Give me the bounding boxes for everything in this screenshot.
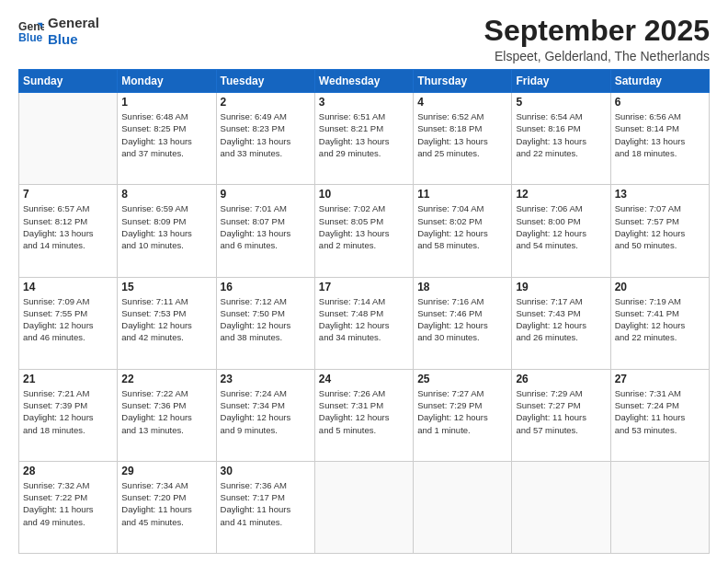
- day-number: 6: [615, 96, 705, 109]
- day-number: 19: [516, 281, 606, 293]
- day-number: 5: [516, 96, 606, 109]
- calendar-cell: 17Sunrise: 7:14 AM Sunset: 7:48 PM Dayli…: [314, 277, 413, 369]
- day-number: 22: [121, 373, 211, 385]
- calendar-cell: 30Sunrise: 7:36 AM Sunset: 7:17 PM Dayli…: [216, 461, 314, 553]
- calendar-cell: 4Sunrise: 6:52 AM Sunset: 8:18 PM Daylig…: [414, 93, 512, 185]
- calendar-cell: 6Sunrise: 6:56 AM Sunset: 8:14 PM Daylig…: [610, 93, 709, 185]
- calendar-cell: 29Sunrise: 7:34 AM Sunset: 7:20 PM Dayli…: [118, 461, 216, 553]
- week-row-5: 28Sunrise: 7:32 AM Sunset: 7:22 PM Dayli…: [19, 461, 710, 553]
- calendar-cell: 11Sunrise: 7:04 AM Sunset: 8:02 PM Dayli…: [414, 185, 512, 277]
- calendar-cell: 28Sunrise: 7:32 AM Sunset: 7:22 PM Dayli…: [19, 461, 118, 553]
- calendar-cell: 19Sunrise: 7:17 AM Sunset: 7:43 PM Dayli…: [512, 277, 610, 369]
- day-number: 10: [319, 188, 409, 201]
- day-number: 20: [615, 281, 705, 293]
- logo-blue: Blue: [48, 31, 99, 48]
- calendar-cell: 16Sunrise: 7:12 AM Sunset: 7:50 PM Dayli…: [216, 277, 314, 369]
- calendar-cell: 21Sunrise: 7:21 AM Sunset: 7:39 PM Dayli…: [19, 369, 118, 461]
- day-info: Sunrise: 6:49 AM Sunset: 8:23 PM Dayligh…: [221, 110, 311, 159]
- day-info: Sunrise: 7:16 AM Sunset: 7:46 PM Dayligh…: [417, 295, 507, 344]
- day-info: Sunrise: 7:02 AM Sunset: 8:05 PM Dayligh…: [319, 202, 409, 251]
- day-info: Sunrise: 7:31 AM Sunset: 7:24 PM Dayligh…: [615, 387, 705, 436]
- day-number: 2: [221, 96, 311, 109]
- calendar-cell: [610, 461, 709, 553]
- day-number: 27: [615, 373, 705, 385]
- day-info: Sunrise: 6:56 AM Sunset: 8:14 PM Dayligh…: [615, 110, 705, 159]
- day-number: 24: [319, 373, 409, 385]
- weekday-sunday: Sunday: [19, 70, 118, 93]
- day-number: 21: [23, 373, 113, 385]
- day-number: 17: [319, 281, 409, 293]
- calendar-cell: [19, 93, 118, 185]
- day-number: 13: [615, 188, 705, 201]
- day-info: Sunrise: 6:48 AM Sunset: 8:25 PM Dayligh…: [121, 110, 211, 159]
- day-number: 18: [417, 281, 507, 293]
- calendar-cell: 14Sunrise: 7:09 AM Sunset: 7:55 PM Dayli…: [19, 277, 118, 369]
- page: General Blue General Blue September 2025…: [0, 0, 728, 563]
- day-info: Sunrise: 7:01 AM Sunset: 8:07 PM Dayligh…: [221, 202, 311, 251]
- day-info: Sunrise: 7:36 AM Sunset: 7:17 PM Dayligh…: [221, 479, 311, 528]
- weekday-thursday: Thursday: [414, 70, 512, 93]
- day-info: Sunrise: 7:24 AM Sunset: 7:34 PM Dayligh…: [221, 387, 311, 436]
- calendar-cell: 18Sunrise: 7:16 AM Sunset: 7:46 PM Dayli…: [414, 277, 512, 369]
- calendar-cell: 12Sunrise: 7:06 AM Sunset: 8:00 PM Dayli…: [512, 185, 610, 277]
- day-info: Sunrise: 7:17 AM Sunset: 7:43 PM Dayligh…: [516, 295, 606, 344]
- day-number: 29: [121, 465, 211, 477]
- day-number: 4: [417, 96, 507, 109]
- calendar-cell: [512, 461, 610, 553]
- weekday-monday: Monday: [118, 70, 216, 93]
- logo-icon: General Blue: [18, 18, 44, 44]
- weekday-header-row: SundayMondayTuesdayWednesdayThursdayFrid…: [19, 70, 710, 93]
- day-number: 9: [221, 188, 311, 201]
- calendar-cell: 10Sunrise: 7:02 AM Sunset: 8:05 PM Dayli…: [314, 185, 413, 277]
- day-info: Sunrise: 7:19 AM Sunset: 7:41 PM Dayligh…: [615, 295, 705, 344]
- day-info: Sunrise: 7:27 AM Sunset: 7:29 PM Dayligh…: [417, 387, 507, 436]
- calendar-cell: 13Sunrise: 7:07 AM Sunset: 7:57 PM Dayli…: [610, 185, 709, 277]
- day-number: 26: [516, 373, 606, 385]
- day-info: Sunrise: 7:09 AM Sunset: 7:55 PM Dayligh…: [23, 295, 113, 344]
- week-row-4: 21Sunrise: 7:21 AM Sunset: 7:39 PM Dayli…: [19, 369, 710, 461]
- weekday-friday: Friday: [512, 70, 610, 93]
- day-number: 1: [121, 96, 211, 109]
- calendar-cell: 15Sunrise: 7:11 AM Sunset: 7:53 PM Dayli…: [118, 277, 216, 369]
- day-info: Sunrise: 6:52 AM Sunset: 8:18 PM Dayligh…: [417, 110, 507, 159]
- day-info: Sunrise: 7:07 AM Sunset: 7:57 PM Dayligh…: [615, 202, 705, 251]
- day-number: 11: [417, 188, 507, 201]
- calendar-cell: 24Sunrise: 7:26 AM Sunset: 7:31 PM Dayli…: [314, 369, 413, 461]
- day-info: Sunrise: 7:34 AM Sunset: 7:20 PM Dayligh…: [121, 479, 211, 528]
- calendar-cell: 5Sunrise: 6:54 AM Sunset: 8:16 PM Daylig…: [512, 93, 610, 185]
- day-info: Sunrise: 7:11 AM Sunset: 7:53 PM Dayligh…: [121, 295, 211, 344]
- day-info: Sunrise: 7:21 AM Sunset: 7:39 PM Dayligh…: [23, 387, 113, 436]
- week-row-2: 7Sunrise: 6:57 AM Sunset: 8:12 PM Daylig…: [19, 185, 710, 277]
- weekday-saturday: Saturday: [610, 70, 709, 93]
- logo: General Blue General Blue: [18, 15, 99, 48]
- day-info: Sunrise: 7:14 AM Sunset: 7:48 PM Dayligh…: [319, 295, 409, 344]
- calendar-cell: 25Sunrise: 7:27 AM Sunset: 7:29 PM Dayli…: [414, 369, 512, 461]
- weekday-wednesday: Wednesday: [314, 70, 413, 93]
- day-number: 25: [417, 373, 507, 385]
- logo-general: General: [48, 15, 99, 31]
- calendar-cell: 22Sunrise: 7:22 AM Sunset: 7:36 PM Dayli…: [118, 369, 216, 461]
- calendar-cell: 20Sunrise: 7:19 AM Sunset: 7:41 PM Dayli…: [610, 277, 709, 369]
- calendar-cell: [314, 461, 413, 553]
- calendar-cell: 9Sunrise: 7:01 AM Sunset: 8:07 PM Daylig…: [216, 185, 314, 277]
- week-row-1: 1Sunrise: 6:48 AM Sunset: 8:25 PM Daylig…: [19, 93, 710, 185]
- location: Elspeet, Gelderland, The Netherlands: [484, 49, 710, 63]
- day-number: 23: [221, 373, 311, 385]
- calendar-cell: 7Sunrise: 6:57 AM Sunset: 8:12 PM Daylig…: [19, 185, 118, 277]
- day-number: 28: [23, 465, 113, 477]
- weekday-tuesday: Tuesday: [216, 70, 314, 93]
- day-number: 7: [23, 188, 113, 201]
- calendar-cell: 23Sunrise: 7:24 AM Sunset: 7:34 PM Dayli…: [216, 369, 314, 461]
- day-info: Sunrise: 7:29 AM Sunset: 7:27 PM Dayligh…: [516, 387, 606, 436]
- calendar-cell: [414, 461, 512, 553]
- calendar-cell: 3Sunrise: 6:51 AM Sunset: 8:21 PM Daylig…: [314, 93, 413, 185]
- day-number: 16: [221, 281, 311, 293]
- day-number: 3: [319, 96, 409, 109]
- calendar-cell: 2Sunrise: 6:49 AM Sunset: 8:23 PM Daylig…: [216, 93, 314, 185]
- day-info: Sunrise: 7:22 AM Sunset: 7:36 PM Dayligh…: [121, 387, 211, 436]
- title-block: September 2025 Elspeet, Gelderland, The …: [484, 15, 710, 63]
- day-info: Sunrise: 7:06 AM Sunset: 8:00 PM Dayligh…: [516, 202, 606, 251]
- svg-text:Blue: Blue: [18, 31, 43, 44]
- day-number: 14: [23, 281, 113, 293]
- day-number: 15: [121, 281, 211, 293]
